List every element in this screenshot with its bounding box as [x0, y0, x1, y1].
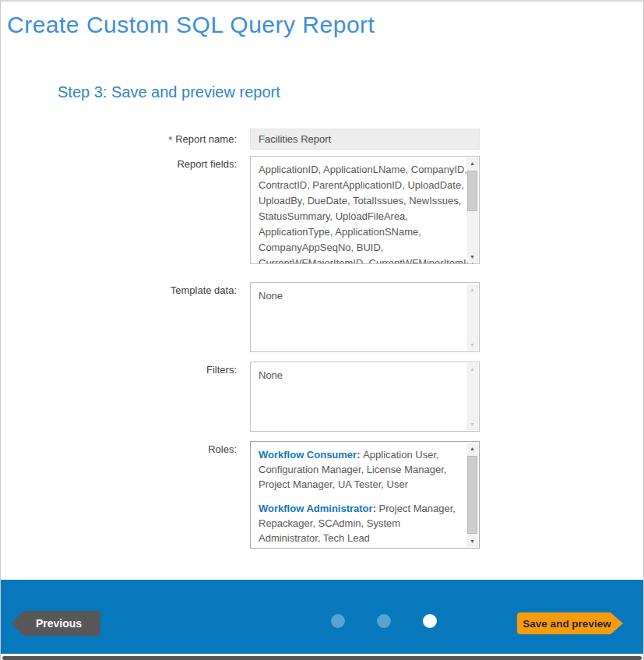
wizard-page: Create Custom SQL Query Report Step 3: S… [0, 0, 644, 660]
previous-button[interactable]: Previous [11, 611, 100, 636]
report-fields-line: CurrentWFMajorItemID, CurrentWFMinorItem… [259, 256, 460, 264]
wizard-step-dots [331, 614, 437, 628]
scroll-down-icon[interactable]: ▼ [466, 251, 478, 263]
report-name-label: Report name: [175, 133, 237, 145]
roles-scrollbar[interactable]: ▲ ▼ [466, 443, 478, 547]
template-data-row: Template data: None ▲ ▼ [1, 282, 499, 352]
step-heading: Step 3: Save and preview report [58, 82, 280, 102]
required-marker: * [169, 133, 173, 146]
scroll-down-icon: ▼ [466, 339, 478, 351]
report-name-label-cell: * Report name: [1, 129, 237, 150]
report-fields-label-cell: Report fields: [1, 156, 237, 264]
report-fields-line: ApplicationType, ApplicationSName, [259, 224, 460, 240]
filters-scrollbar: ▲ ▼ [466, 363, 478, 430]
scroll-up-icon: ▲ [466, 284, 478, 295]
wizard-footer: Previous Save and preview [1, 580, 643, 654]
scroll-down-icon: ▼ [466, 418, 478, 430]
filters-label-cell: Filters: [1, 362, 237, 432]
scrollbar-thumb[interactable] [467, 171, 477, 211]
role-group-name: Workflow Administrator [259, 503, 379, 514]
filters-row: Filters: None ▲ ▼ [1, 362, 499, 432]
report-fields-row: Report fields: ApplicationID, Applicatio… [1, 156, 499, 264]
report-fields-line: StatusSummary, UploadFileArea, [259, 209, 460, 224]
scroll-down-icon[interactable]: ▼ [466, 535, 478, 547]
report-name-row: * Report name: [1, 129, 499, 150]
roles-row: Roles: Workflow ConsumerApplication User… [1, 441, 499, 549]
scrollbar-track[interactable] [466, 169, 478, 251]
filters-box: None ▲ ▼ [250, 362, 480, 432]
report-fields-line: ContractID, ParentApplicationID, UploadD… [259, 178, 460, 193]
report-name-input[interactable] [250, 129, 480, 150]
template-data-label-cell: Template data: [1, 282, 237, 352]
filters-label: Filters: [206, 364, 237, 376]
report-fields-line: CompanyAppSeqNo, BUID, [259, 240, 460, 256]
scroll-up-icon: ▲ [466, 363, 478, 375]
report-fields-line: UploadBy, DueDate, TotalIssues, NewIssue… [259, 193, 460, 209]
template-data-value: None [251, 283, 479, 304]
page-bottom-edge [2, 656, 642, 660]
role-group: Workflow ConsumerApplication User, Confi… [259, 447, 460, 492]
wizard-step-dot-2 [377, 614, 391, 628]
template-data-label: Template data: [171, 284, 237, 296]
report-form: * Report name: Report fields: Applicatio… [1, 129, 499, 549]
roles-box: Workflow ConsumerApplication User, Confi… [250, 441, 480, 549]
wizard-step-dot-1 [331, 614, 345, 628]
page-title: Create Custom SQL Query Report [7, 9, 375, 41]
role-group-name: Workflow Consumer [259, 449, 363, 461]
report-fields-list: ApplicationID, ApplicationLName, Company… [251, 157, 479, 264]
report-fields-line: ApplicationID, ApplicationLName, Company… [259, 162, 460, 178]
scrollbar-track[interactable] [466, 454, 478, 535]
scroll-up-icon[interactable]: ▲ [466, 157, 478, 169]
report-fields-scrollbar[interactable]: ▲ ▼ [466, 157, 478, 263]
report-fields-label: Report fields: [177, 158, 237, 170]
scroll-up-icon[interactable]: ▲ [466, 443, 478, 454]
template-data-box: None ▲ ▼ [250, 282, 480, 352]
roles-label: Roles: [208, 443, 237, 455]
wizard-step-dot-3 [423, 614, 437, 628]
scrollbar-track [466, 375, 478, 418]
roles-label-cell: Roles: [1, 441, 237, 549]
report-fields-box: ApplicationID, ApplicationLName, Company… [250, 156, 480, 264]
roles-list: Workflow ConsumerApplication User, Confi… [251, 442, 479, 545]
filters-value: None [251, 362, 479, 383]
template-data-scrollbar: ▲ ▼ [466, 284, 478, 351]
save-and-preview-button[interactable]: Save and preview [517, 612, 623, 634]
scrollbar-thumb[interactable] [467, 456, 477, 534]
role-group: Workflow AdministratorProject Manager, R… [259, 501, 460, 545]
scrollbar-track [466, 295, 478, 339]
